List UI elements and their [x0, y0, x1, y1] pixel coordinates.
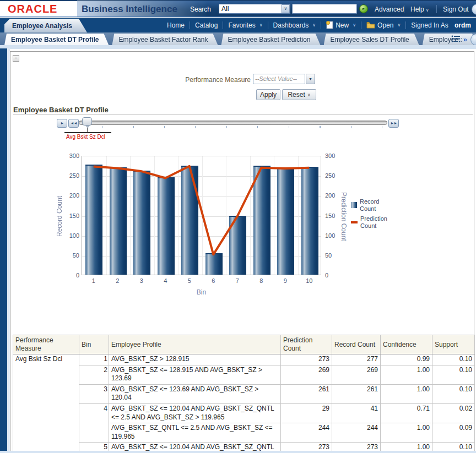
x-axis-tick-label: 2 [106, 277, 130, 284]
y-axis-tick-label: 250 [63, 172, 79, 179]
page-tab-employee-basket-prediction[interactable]: Employee Basket Prediction [221, 34, 320, 45]
cell-prediction-count: 261 [281, 384, 332, 403]
slider-thumb-stem [87, 128, 88, 132]
select-dropdown-icon[interactable]: ▼ [306, 74, 315, 84]
table-row: Avg Bskt Sz Dcl1AVG_BSKT_SZ > 128.915273… [13, 354, 475, 365]
menu-bar: Home Catalog Favorites∨ Dashboards∨ New∨… [162, 18, 476, 32]
page-tab-strip: Employee Basket DT ProfileEmployee Baske… [0, 32, 476, 45]
search-input[interactable] [292, 4, 357, 14]
page-tab-label: Employee Basket Prediction [228, 36, 310, 43]
performance-measure-select[interactable]: --Select Value-- [253, 74, 305, 84]
signed-in-as: Signed In As ordm [406, 21, 476, 29]
slider-next-icon[interactable]: ►► [388, 119, 399, 128]
page-tab-employee-basket-factor-rank[interactable]: Employee Basket Factor Rank [112, 34, 218, 45]
cell-confidence: 0.71 [381, 403, 432, 423]
cell-employee-profile: AVG_BSKT_SZ <= 123.69 AND AVG_BSKT_SZ > … [109, 384, 281, 403]
cell-support: 0.09 [432, 423, 475, 443]
cell-confidence: 0.99 [381, 354, 432, 365]
x-axis-tick-label: 6 [202, 277, 226, 284]
cell-prediction-count: 244 [281, 423, 332, 443]
nav-favorites[interactable]: Favorites∨ [223, 21, 267, 29]
nav-home[interactable]: Home [162, 21, 190, 29]
column-header: Employee Profile [109, 335, 281, 354]
column-header: Prediction Count [281, 335, 332, 354]
column-header: Performance Measure [13, 335, 79, 354]
cell-prediction-count: 273 [281, 354, 332, 365]
cell-performance-measure: Avg Bskt Sz Dcl [13, 354, 79, 453]
page-tab-label: Employee Basket DT Profile [11, 36, 99, 43]
more-tabs-icon: » [463, 35, 467, 43]
dashboard-tab-employee-analysis[interactable]: Employee Analysis [4, 19, 87, 32]
chevron-down-icon: ∨ [259, 23, 263, 28]
page-tab-label: Employee Basket Factor Rank [118, 36, 208, 43]
cell-support: 0.10 [432, 354, 475, 365]
nav-bar: Employee Analysis Home Catalog Favorites… [0, 18, 476, 32]
cell-employee-profile: AVG_BSKT_SZ_QNTL <= 2.5 AND AVG_BSKT_SZ … [109, 423, 281, 443]
cell-record-count: 277 [332, 354, 381, 365]
cell-bin: 4 [79, 403, 109, 442]
cell-record-count: 269 [332, 365, 381, 384]
y-axis-tick-label: 200 [325, 192, 342, 199]
page-tab-employee[interactable]: Employee :» [423, 34, 476, 45]
y-axis-tick-label: 250 [325, 172, 342, 179]
nav-open[interactable]: Open∨ [361, 21, 405, 29]
page-tab-employee-sales-dt-profile[interactable]: Employee Sales DT Profile [324, 34, 419, 45]
page-options-list-icon[interactable] [451, 35, 461, 42]
y-axis-tick-label: 100 [325, 232, 342, 239]
y-axis-tick-label: 150 [63, 212, 79, 219]
section-rule [13, 114, 473, 115]
advanced-link[interactable]: Advanced [375, 6, 404, 13]
cell-support: 0.02 [432, 403, 475, 423]
section-title: Employee Basket DT Profile [13, 106, 109, 114]
legend-item: Prediction Count [351, 215, 393, 229]
cell-confidence: 1.00 [381, 384, 432, 403]
apply-button[interactable]: Apply [256, 89, 280, 100]
column-header: Record Count [332, 335, 381, 354]
sign-out-link[interactable]: Sign Out [443, 6, 469, 13]
search-go-icon[interactable]: ► [359, 4, 368, 13]
y-axis-tick-label: 300 [325, 152, 342, 159]
bar-line-chart: Record Count Prediction Count Bin Record… [52, 148, 405, 308]
x-axis-tick-label: 3 [129, 277, 154, 284]
table-row: 4AVG_BSKT_SZ <= 120.04 AND AVG_BSKT_SZ_Q… [13, 403, 475, 423]
slider-play-icon[interactable]: ► [57, 119, 67, 128]
table-row: 2AVG_BSKT_SZ <= 128.915 AND AVG_BSKT_SZ … [13, 365, 475, 384]
slider-caption: Avg Bskt Sz Dcl [66, 134, 105, 140]
cell-employee-profile: AVG_BSKT_SZ <= 120.04 AND AVG_BSKT_SZ_QN… [109, 403, 281, 423]
slider-ticks [102, 126, 384, 128]
y-axis-title-left: Record Count [56, 178, 63, 255]
cell-confidence: 1.00 [381, 423, 432, 443]
chevron-down-icon: ∨ [307, 92, 311, 97]
top-bar: ORACLE Business Intelligence Search All … [0, 0, 476, 17]
separator [404, 5, 404, 13]
cell-confidence: 1.00 [381, 365, 432, 384]
page-tab-employee-basket-dt-profile[interactable]: Employee Basket DT Profile [4, 34, 109, 45]
nav-dashboards[interactable]: Dashboards∨ [268, 21, 321, 29]
cell-record-count: 244 [332, 423, 381, 443]
cell-support: 0.10 [432, 365, 475, 384]
cell-bin: 1 [79, 354, 109, 365]
x-axis-tick-label: 1 [82, 277, 106, 284]
slider-track[interactable] [79, 121, 387, 125]
search-scope-caret-icon[interactable]: ∨ [282, 4, 290, 13]
partial-circle-icon[interactable] [472, 4, 476, 15]
collapse-section-icon[interactable]: − [13, 55, 19, 62]
profile-table: Performance MeasureBinEmployee ProfilePr… [13, 335, 475, 453]
cell-record-count: 261 [332, 384, 381, 403]
search-scope-select[interactable]: All [219, 4, 290, 14]
y-axis-tick-label: 150 [325, 212, 342, 219]
cell-prediction-count: 29 [281, 403, 332, 423]
reset-button[interactable]: Reset∨ [282, 89, 316, 100]
nav-new[interactable]: New∨ [321, 21, 361, 29]
cell-prediction-count: 269 [281, 365, 332, 384]
y-axis-tick-label: 0 [63, 272, 79, 279]
slider-caption-rule [64, 132, 111, 133]
help-menu[interactable]: Help∨ [410, 6, 429, 13]
slider-prev-icon[interactable]: ◄◄ [68, 119, 79, 128]
y-axis-tick-label: 100 [63, 232, 79, 239]
x-axis-tick-label: 9 [273, 277, 298, 284]
slider-thumb[interactable] [82, 117, 92, 125]
new-document-icon [326, 21, 333, 29]
column-header: Bin [79, 335, 109, 354]
nav-catalog[interactable]: Catalog [190, 21, 223, 29]
